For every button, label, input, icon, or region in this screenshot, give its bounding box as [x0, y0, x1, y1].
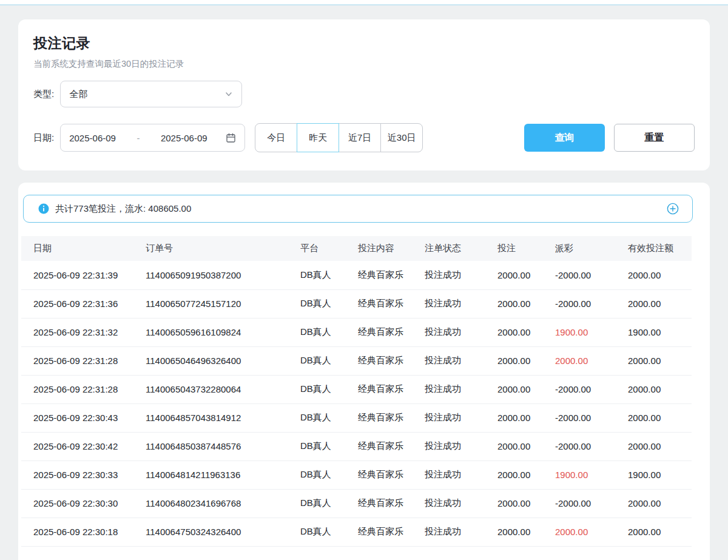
cell-platform: DB真人 [300, 518, 358, 546]
cell-status: 投注成功 [425, 375, 497, 403]
top-divider-bar [0, 0, 728, 5]
cell-payout: 2000.00 [555, 346, 628, 375]
cell-status: 投注成功 [425, 403, 497, 432]
cell-payout: -2000.00 [555, 489, 628, 518]
cell-status: 投注成功 [425, 346, 497, 375]
date-label: 日期: [33, 132, 54, 144]
cell-order: 1140065046496326400 [146, 346, 300, 375]
query-button[interactable]: 查询 [524, 124, 605, 152]
table-row: 2025-06-09 22:30:331140064814211963136DB… [21, 460, 692, 489]
cell-bet: 2000.00 [497, 261, 555, 289]
cell-status: 投注成功 [425, 518, 497, 546]
cell-content: 经典百家乐 [358, 518, 425, 546]
cell-date: 2025-06-09 22:30:30 [21, 489, 146, 518]
cell-date: 2025-06-09 22:31:28 [21, 346, 146, 375]
quick-range-button-0[interactable]: 今日 [255, 123, 297, 152]
column-header-bet: 投注 [497, 236, 555, 261]
cell-content: 经典百家乐 [358, 346, 425, 375]
table-row: 2025-06-09 22:31:281140065046496326400DB… [21, 346, 692, 375]
cell-payout: 1900.00 [555, 318, 628, 346]
table-row: 2025-06-09 22:31:391140065091950387200DB… [21, 261, 692, 289]
cell-content: 经典百家乐 [358, 375, 425, 403]
cell-valid: 1900.00 [628, 318, 692, 346]
date-range-input[interactable]: 2025-06-09 - 2025-06-09 [60, 124, 245, 152]
cell-order: 1140065043732280064 [146, 375, 300, 403]
results-card: 共计773笔投注，流水: 408605.00 日期订单号平台投注内容注单状态投注… [18, 183, 710, 560]
table-row: 2025-06-09 22:30:421140064850387448576DB… [21, 432, 692, 460]
cell-date: 2025-06-09 22:31:28 [21, 375, 146, 403]
cell-status: 投注成功 [425, 261, 497, 289]
filter-card: 投注记录 当前系统支持查询最近30日的投注记录 类型: 全部 日期: 2025-… [18, 19, 710, 170]
calendar-icon [226, 133, 236, 143]
cell-payout: -2000.00 [555, 261, 628, 289]
page-subtitle: 当前系统支持查询最近30日的投注记录 [33, 58, 695, 70]
type-select[interactable]: 全部 [60, 81, 242, 107]
summary-banner: 共计773笔投注，流水: 408605.00 [23, 195, 693, 223]
cell-valid: 2000.00 [628, 289, 692, 318]
cell-bet: 2000.00 [497, 489, 555, 518]
cell-date: 2025-06-09 22:30:18 [21, 518, 146, 546]
cell-bet: 2000.00 [497, 432, 555, 460]
cell-bet: 2000.00 [497, 318, 555, 346]
cell-date: 2025-06-09 22:31:32 [21, 318, 146, 346]
cell-valid: 2000.00 [628, 489, 692, 518]
type-filter-row: 类型: 全部 [33, 81, 695, 107]
column-header-payout: 派彩 [555, 236, 628, 261]
cell-platform: DB真人 [300, 432, 358, 460]
cell-bet: 2000.00 [497, 375, 555, 403]
cell-order: 1140064750324326400 [146, 518, 300, 546]
cell-order: 1140064857043814912 [146, 403, 300, 432]
reset-button[interactable]: 重置 [614, 124, 695, 152]
column-header-platform: 平台 [300, 236, 358, 261]
table-row: 2025-06-09 22:30:431140064857043814912DB… [21, 403, 692, 432]
cell-order: 1140065077245157120 [146, 289, 300, 318]
cell-date: 2025-06-09 22:30:43 [21, 403, 146, 432]
bets-table: 日期订单号平台投注内容注单状态投注派彩有效投注额 2025-06-09 22:3… [21, 236, 692, 547]
cell-status: 投注成功 [425, 489, 497, 518]
page-container: 投注记录 当前系统支持查询最近30日的投注记录 类型: 全部 日期: 2025-… [0, 19, 728, 560]
cell-content: 经典百家乐 [358, 432, 425, 460]
cell-valid: 2000.00 [628, 518, 692, 546]
cell-bet: 2000.00 [497, 460, 555, 489]
table-row: 2025-06-09 22:31:361140065077245157120DB… [21, 289, 692, 318]
cell-platform: DB真人 [300, 403, 358, 432]
table-header-row: 日期订单号平台投注内容注单状态投注派彩有效投注额 [21, 236, 692, 261]
quick-range-button-1[interactable]: 昨天 [297, 123, 339, 152]
cell-date: 2025-06-09 22:30:42 [21, 432, 146, 460]
type-label: 类型: [33, 89, 54, 100]
quick-range-button-3[interactable]: 近30日 [380, 123, 423, 152]
cell-date: 2025-06-09 22:31:39 [21, 261, 146, 289]
date-separator: - [134, 133, 142, 143]
cell-payout: -2000.00 [555, 432, 628, 460]
page-title: 投注记录 [33, 34, 695, 53]
table-row: 2025-06-09 22:31:281140065043732280064DB… [21, 375, 692, 403]
cell-platform: DB真人 [300, 346, 358, 375]
cell-payout: -2000.00 [555, 375, 628, 403]
cell-valid: 2000.00 [628, 375, 692, 403]
cell-status: 投注成功 [425, 432, 497, 460]
cell-platform: DB真人 [300, 375, 358, 403]
cell-status: 投注成功 [425, 318, 497, 346]
cell-order: 1140064850387448576 [146, 432, 300, 460]
date-end-value: 2025-06-09 [161, 133, 207, 143]
cell-order: 1140065059616109824 [146, 318, 300, 346]
cell-bet: 2000.00 [497, 346, 555, 375]
quick-range-group: 今日昨天近7日近30日 [255, 123, 423, 152]
table-row: 2025-06-09 22:30:181140064750324326400DB… [21, 518, 692, 546]
quick-range-button-2[interactable]: 近7日 [339, 123, 381, 152]
cell-bet: 2000.00 [497, 518, 555, 546]
cell-platform: DB真人 [300, 489, 358, 518]
cell-content: 经典百家乐 [358, 289, 425, 318]
cell-payout: -2000.00 [555, 289, 628, 318]
column-header-content: 投注内容 [358, 236, 425, 261]
cell-content: 经典百家乐 [358, 489, 425, 518]
info-icon [38, 203, 49, 214]
date-filter-row: 日期: 2025-06-09 - 2025-06-09 今日昨天近7日近30日 … [33, 123, 695, 152]
cell-payout: -2000.00 [555, 403, 628, 432]
summary-text: 共计773笔投注，流水: 408605.00 [55, 203, 191, 215]
plus-circle-icon[interactable] [667, 203, 679, 215]
cell-content: 经典百家乐 [358, 261, 425, 289]
cell-order: 1140065091950387200 [146, 261, 300, 289]
cell-payout: 1900.00 [555, 460, 628, 489]
cell-platform: DB真人 [300, 261, 358, 289]
